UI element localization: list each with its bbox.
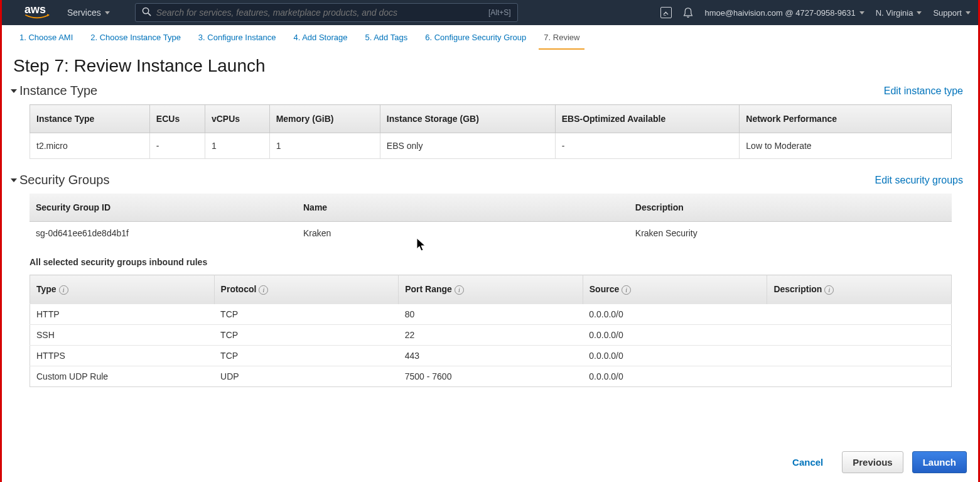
triangle-down-icon [11,178,17,182]
top-nav: aws Services [Alt+S] hmoe@haivision.com … [2,0,978,25]
account-label: hmoe@haivision.com @ 4727-0958-9631 [704,8,855,18]
account-menu[interactable]: hmoe@haivision.com @ 4727-0958-9631 [704,8,864,18]
previous-button[interactable]: Previous [842,451,903,473]
section-toggle-security-groups[interactable]: Security Groups [12,173,109,187]
launch-button[interactable]: Launch [912,451,967,473]
tab-configure-security-group[interactable]: 6. Configure Security Group [420,33,531,50]
edit-security-groups-link[interactable]: Edit security groups [875,175,963,186]
cancel-button[interactable]: Cancel [782,452,833,473]
review-scroll-area[interactable]: Instance Type Edit instance type Instanc… [11,82,969,434]
section-security-groups-header: Security Groups Edit security groups [11,172,964,191]
col-ecus: ECUs [149,105,205,133]
tab-review[interactable]: 7. Review [539,33,584,50]
info-icon[interactable]: i [455,285,464,295]
section-heading: Instance Type [19,84,97,98]
tab-configure-instance[interactable]: 3. Configure Instance [193,33,281,50]
global-search[interactable]: [Alt+S] [135,3,518,22]
region-label: N. Virginia [876,8,913,18]
col-network: Network Performance [740,105,952,133]
services-label: Services [67,8,101,18]
col-memory: Memory (GiB) [269,105,380,133]
section-instance-type-header: Instance Type Edit instance type [11,82,964,102]
col-rule-protocol: Protocoli [214,275,399,304]
col-sg-desc: Description [629,194,952,222]
table-row: t2.micro - 1 1 EBS only - Low to Moderat… [30,133,952,159]
table-row: Custom UDP RuleUDP7500 - 76000.0.0.0/0 [30,366,952,387]
search-input[interactable] [156,8,488,18]
col-vcpus: vCPUs [205,105,269,133]
search-icon [142,7,151,18]
inbound-rules-caption: All selected security groups inbound rul… [30,257,964,267]
support-label: Support [933,8,962,18]
col-instance-type: Instance Type [30,105,150,133]
info-icon[interactable]: i [259,285,268,295]
security-group-row-table: sg-0d641ee61de8d4b1f Kraken Kraken Secur… [30,222,952,244]
instance-type-table: Instance Type ECUs vCPUs Memory (GiB) In… [30,104,952,159]
tab-add-storage[interactable]: 4. Add Storage [288,33,352,50]
search-shortcut: [Alt+S] [488,8,511,17]
col-rule-source: Sourcei [583,275,767,304]
tab-choose-instance-type[interactable]: 2. Choose Instance Type [85,33,186,50]
info-icon[interactable]: i [59,285,68,295]
caret-down-icon [859,11,864,14]
support-menu[interactable]: Support [933,8,971,18]
services-menu[interactable]: Services [67,8,110,18]
caret-down-icon [917,11,922,14]
info-icon[interactable]: i [622,285,631,295]
tab-add-tags[interactable]: 5. Add Tags [360,33,412,50]
section-heading: Security Groups [19,173,109,187]
col-sg-name: Name [297,194,629,222]
table-row: sg-0d641ee61de8d4b1f Kraken Kraken Secur… [30,222,952,244]
triangle-down-icon [11,89,17,93]
col-sg-id: Security Group ID [30,194,297,222]
table-row: SSHTCP220.0.0.0/0 [30,325,952,346]
notifications-icon[interactable] [683,7,693,18]
col-rule-type: Typei [30,275,215,304]
inbound-rules-table: Typei Protocoli Port Rangei Sourcei Desc… [30,275,952,387]
tab-choose-ami[interactable]: 1. Choose AMI [14,33,78,50]
col-storage: Instance Storage (GB) [380,105,555,133]
page-title: Step 7: Review Instance Launch [13,56,967,76]
svg-line-1 [148,13,151,16]
col-rule-desc: Descriptioni [767,275,952,304]
security-group-table: Security Group ID Name Description [30,194,952,222]
col-ebs-opt: EBS-Optimized Available [555,105,740,133]
region-menu[interactable]: N. Virginia [876,8,922,18]
table-row: HTTPSTCP4430.0.0.0/0 [30,346,952,366]
caret-down-icon [105,11,110,14]
edit-instance-type-link[interactable]: Edit instance type [884,85,963,97]
caret-down-icon [966,11,971,14]
aws-logo[interactable]: aws [24,5,50,20]
col-rule-port: Port Rangei [399,275,583,304]
table-row: HTTPTCP800.0.0.0/0 [30,304,952,325]
cloudshell-icon[interactable] [660,7,672,18]
info-icon[interactable]: i [824,285,834,295]
section-toggle-instance-type[interactable]: Instance Type [12,84,97,98]
wizard-footer: Cancel Previous Launch [782,451,967,473]
svg-point-0 [143,8,148,13]
wizard-tabs: 1. Choose AMI 2. Choose Instance Type 3.… [2,25,978,50]
